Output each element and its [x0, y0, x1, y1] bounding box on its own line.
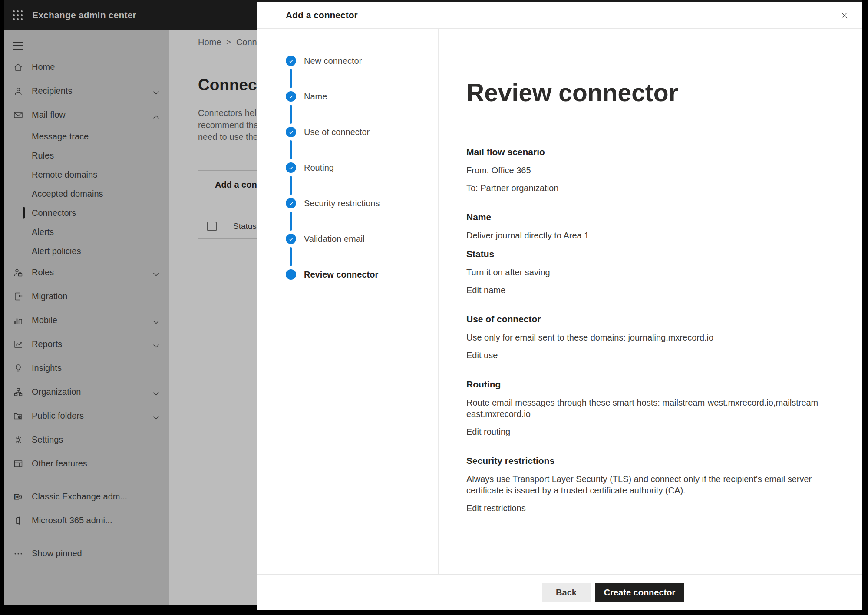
- plus-icon: [203, 180, 213, 190]
- review-heading: Review connector: [466, 77, 862, 108]
- review-text: Route email messages through these smart…: [466, 397, 831, 420]
- sidebar-item-accepted-domains[interactable]: Accepted domains: [4, 184, 169, 203]
- panel-header: Add a connector: [257, 2, 862, 29]
- sidebar-item-label: Reports: [32, 339, 62, 349]
- wizard-step-review-connector[interactable]: Review connector: [286, 269, 438, 305]
- reports-icon: [13, 339, 23, 350]
- sidebar-item-label: Recipients: [32, 86, 72, 96]
- back-button[interactable]: Back: [542, 583, 591, 602]
- sidebar-item-organization[interactable]: Organization: [4, 380, 169, 404]
- step-completed-icon: [286, 198, 296, 208]
- review-section-heading: Name: [466, 211, 831, 223]
- sidebar-item-roles[interactable]: Roles: [4, 261, 169, 284]
- add-connector-button[interactable]: Add a conn: [198, 171, 262, 199]
- sidebar-item-remote-domains[interactable]: Remote domains: [4, 165, 169, 184]
- add-connector-panel: Add a connector New connectorNameUse of …: [257, 2, 862, 610]
- sidebar-item-settings[interactable]: Settings: [4, 428, 169, 452]
- wizard-step-validation-email[interactable]: Validation email: [286, 234, 438, 269]
- breadcrumb-home-link[interactable]: Home: [198, 37, 221, 47]
- step-completed-icon: [286, 91, 296, 102]
- sidebar-item-label: Mobile: [32, 315, 57, 325]
- app-launcher-icon[interactable]: [12, 10, 23, 21]
- step-connector-line: [290, 212, 292, 231]
- panel-body: New connectorNameUse of connectorRouting…: [257, 29, 862, 574]
- chevron-down-icon: [153, 342, 159, 347]
- sidebar-item-insights[interactable]: Insights: [4, 356, 169, 380]
- sidebar-item-label: Other features: [32, 459, 87, 469]
- wizard-step-new-connector[interactable]: New connector: [286, 56, 438, 91]
- review-content: Review connector Mail flow scenarioFrom:…: [439, 29, 862, 574]
- chevron-down-icon: [153, 89, 159, 93]
- step-connector-line: [290, 69, 292, 88]
- svg-text:E: E: [15, 495, 18, 499]
- sidebar-item-other-features[interactable]: Other features: [4, 452, 169, 476]
- sidebar-item-label: Accepted domains: [32, 189, 103, 199]
- edit-link-edit-use[interactable]: Edit use: [466, 350, 498, 361]
- hamburger-menu-icon[interactable]: [13, 42, 23, 50]
- breadcrumb-separator-icon: >: [226, 38, 231, 47]
- mobile-icon: [13, 315, 23, 326]
- sidebar-item-label: Migration: [32, 291, 67, 301]
- selected-indicator: [23, 207, 25, 219]
- sidebar-item-alerts[interactable]: Alerts: [4, 222, 169, 241]
- sidebar-item-classic-exchange-adm[interactable]: EClassic Exchange adm...: [4, 485, 169, 509]
- sidebar-item-rules[interactable]: Rules: [4, 146, 169, 165]
- sidebar-item-mobile[interactable]: Mobile: [4, 308, 169, 332]
- wizard-step-routing[interactable]: Routing: [286, 162, 438, 198]
- sidebar-item-label: Remote domains: [32, 170, 97, 180]
- step-completed-icon: [286, 234, 296, 244]
- settings-icon: [13, 435, 23, 445]
- sidebar-item-reports[interactable]: Reports: [4, 332, 169, 356]
- public-folders-icon: [13, 411, 23, 421]
- edit-link-edit-routing[interactable]: Edit routing: [466, 426, 510, 437]
- insights-icon: [13, 363, 23, 374]
- sidebar-item-message-trace[interactable]: Message trace: [4, 127, 169, 146]
- panel-footer: Back Create connector: [257, 574, 862, 610]
- wizard-step-name[interactable]: Name: [286, 91, 438, 127]
- sidebar-item-label: Microsoft 365 admi...: [32, 516, 112, 526]
- step-completed-icon: [286, 56, 296, 66]
- sidebar-item-alert-policies[interactable]: Alert policies: [4, 241, 169, 261]
- wizard-step-use-of-connector[interactable]: Use of connector: [286, 127, 438, 162]
- sidebar-item-microsoft-365-admi[interactable]: Microsoft 365 admi...: [4, 509, 169, 532]
- step-connector-line: [290, 176, 292, 195]
- mail-icon: [13, 110, 23, 120]
- home-icon: [13, 62, 23, 73]
- sidebar-item-recipients[interactable]: Recipients: [4, 79, 169, 103]
- step-label: New connector: [304, 56, 362, 66]
- create-connector-button[interactable]: Create connector: [595, 583, 684, 602]
- sidebar-item-migration[interactable]: Migration: [4, 284, 169, 308]
- select-all-checkbox[interactable]: [207, 222, 217, 231]
- chevron-down-icon: [153, 318, 159, 323]
- sidebar-item-home[interactable]: Home: [4, 55, 169, 79]
- sidebar-nav: HomeRecipientsMail flowMessage traceRule…: [4, 30, 169, 605]
- sidebar-item-label: Home: [32, 62, 55, 72]
- review-text: Always use Transport Layer Security (TLS…: [466, 473, 831, 496]
- edit-link-edit-restrictions[interactable]: Edit restrictions: [466, 503, 526, 514]
- review-sections: Mail flow scenarioFrom: Office 365To: Pa…: [466, 146, 831, 514]
- review-section-heading: Security restrictions: [466, 455, 831, 467]
- sidebar-item-label: Settings: [32, 435, 63, 445]
- review-text: To: Partner organization: [466, 182, 831, 194]
- step-label: Security restrictions: [304, 198, 380, 208]
- app-title: Exchange admin center: [32, 10, 136, 20]
- roles-icon: [13, 268, 23, 278]
- step-connector-line: [290, 140, 292, 159]
- organization-icon: [13, 387, 23, 397]
- sidebar-item-connectors[interactable]: Connectors: [4, 203, 169, 222]
- microsoft-365-icon: [13, 516, 23, 526]
- status-column-header[interactable]: Status: [233, 222, 257, 231]
- sidebar-item-public-folders[interactable]: Public folders: [4, 404, 169, 428]
- review-text: Use only for email sent to these domains…: [466, 332, 831, 343]
- sidebar-item-show-pinned[interactable]: Show pinned: [4, 542, 169, 565]
- close-icon[interactable]: [838, 9, 851, 22]
- wizard-step-security-restrictions[interactable]: Security restrictions: [286, 198, 438, 234]
- edit-link-edit-name[interactable]: Edit name: [466, 284, 505, 296]
- step-current-icon: [286, 269, 296, 280]
- chevron-down-icon: [153, 271, 159, 275]
- sidebar-item-mail-flow[interactable]: Mail flow: [4, 103, 169, 127]
- sidebar-item-label: Connectors: [32, 208, 76, 218]
- sidebar-item-label: Rules: [32, 151, 54, 161]
- step-connector-line: [290, 105, 292, 124]
- sidebar-item-label: Public folders: [32, 411, 84, 421]
